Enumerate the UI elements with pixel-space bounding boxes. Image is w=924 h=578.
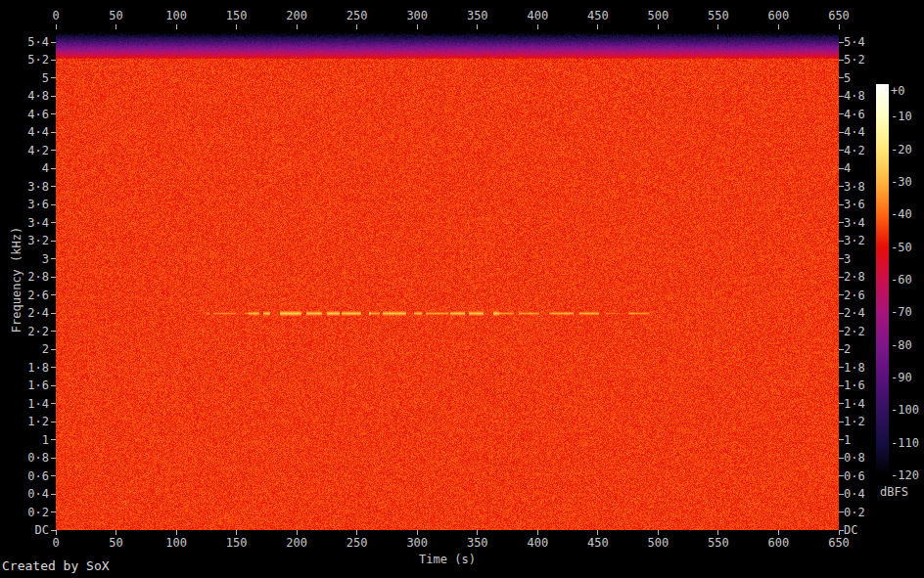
freq-tick-label-left: 3 [0,252,49,266]
freq-tick-left [51,168,56,169]
time-tick-label-bottom: 250 [346,536,368,550]
time-tick-label-top: 150 [226,9,248,22]
time-tick-top [477,24,478,29]
time-tick-label-bottom: 200 [286,536,307,550]
time-tick-top [236,24,237,29]
time-tick-label-bottom: 300 [406,536,428,550]
freq-tick-label-right: 2·8 [844,270,865,284]
freq-tick-label-left: 2 [0,342,49,356]
freq-tick-label-right: 2·2 [844,325,865,338]
time-tick-label-top: 300 [406,9,428,22]
freq-tick-left [51,511,56,512]
time-tick-top [297,24,298,29]
freq-tick-left [51,294,56,295]
time-tick-label-bottom: 100 [165,536,187,550]
freq-tick-label-right: 3·2 [844,234,865,247]
colorbar-tick-label: -70 [891,305,912,319]
freq-tick-label-right: 1 [844,433,851,447]
time-tick-top [176,24,177,29]
freq-tick-left [51,458,56,459]
colorbar-tick-label: -50 [891,241,912,254]
time-tick-label-top: 0 [52,9,59,22]
freq-tick-label-right: 5·4 [844,35,865,49]
freq-tick-left [51,241,56,242]
time-tick-label-top: 450 [587,9,609,22]
freq-tick-left [51,313,56,314]
freq-tick-label-left: 1·4 [0,397,49,411]
freq-tick-left [51,204,56,205]
x-axis-title: Time (s) [419,553,476,566]
colorbar-gradient [876,84,889,475]
spectrogram-figure: 0050501001001501502002002502503003003503… [0,0,924,578]
time-tick-top [56,24,57,29]
freq-tick-label-right: 0·2 [844,506,865,519]
freq-tick-left [51,77,56,78]
time-tick-label-top: 50 [109,9,122,22]
freq-tick-label-right: 4·8 [844,89,865,103]
colorbar-tick-label: -30 [891,175,912,189]
freq-tick-label-right: 3·6 [844,198,865,211]
freq-tick-left [51,42,56,43]
time-tick-label-top: 250 [346,9,368,22]
freq-tick-label-left: 5·2 [0,53,49,67]
time-tick-label-top: 500 [648,9,670,22]
time-tick-bottom [297,530,298,535]
time-tick-bottom [56,530,57,535]
time-tick-label-bottom: 350 [467,536,488,550]
freq-tick-label-left: 3·8 [0,180,49,194]
colorbar-tick-label: -40 [891,207,912,221]
freq-tick-label-left: 4·8 [0,89,49,103]
time-tick-top [717,24,718,29]
spectrogram-plot [56,29,839,530]
time-tick-label-top: 650 [828,9,850,22]
freq-tick-label-left: 5·4 [0,35,49,49]
time-tick-label-bottom: 400 [527,536,548,550]
freq-tick-label-right: 1·2 [844,415,865,428]
time-tick-label-bottom: 600 [768,536,790,550]
colorbar-tick-label: -90 [891,371,912,384]
freq-tick-left [51,132,56,133]
time-tick-label-bottom: 0 [52,536,59,550]
colorbar-tick-label: -120 [891,468,919,482]
freq-tick-label-left: 1·2 [0,415,49,428]
freq-tick-label-right: 0·8 [844,451,865,465]
freq-tick-label-left: 1·6 [0,378,49,392]
freq-tick-label-right: 3·8 [844,180,865,194]
freq-tick-label-left: 2·4 [0,306,49,320]
time-tick-top [597,24,598,29]
time-tick-top [658,24,659,29]
time-tick-bottom [717,530,718,535]
freq-tick-left [51,494,56,495]
freq-tick-label-left: 2·2 [0,325,49,338]
colorbar-tick-label: -20 [891,143,912,156]
colorbar-tick-label: -100 [891,403,919,417]
y-axis-title: Frequency (kHz) [10,227,23,333]
time-tick-label-bottom: 650 [828,536,850,550]
freq-tick-label-right: 1·8 [844,361,865,375]
freq-tick-label-left: 0·8 [0,451,49,465]
freq-tick-left [51,258,56,259]
freq-tick-left [51,439,56,440]
time-tick-bottom [356,530,357,535]
sox-credit-text: Created by SoX [2,558,110,573]
time-tick-bottom [176,530,177,535]
time-tick-label-top: 350 [467,9,488,22]
freq-tick-label-right: 4 [844,161,851,175]
freq-tick-label-left: 2·8 [0,270,49,284]
freq-tick-label-right: 4·4 [844,125,865,139]
freq-tick-left [51,222,56,223]
colorbar-tick-label: +0 [891,84,904,98]
freq-tick-label-left: DC [0,523,49,537]
time-tick-top [417,24,418,29]
time-tick-bottom [236,530,237,535]
time-tick-top [778,24,779,29]
time-tick-label-top: 550 [708,9,729,22]
time-tick-bottom [778,530,779,535]
freq-tick-left [51,186,56,187]
time-tick-top [537,24,538,29]
freq-tick-left [51,530,56,531]
freq-tick-left [51,150,56,151]
freq-tick-label-right: 5 [844,71,851,85]
freq-tick-label-right: DC [844,523,857,537]
freq-tick-left [51,403,56,404]
